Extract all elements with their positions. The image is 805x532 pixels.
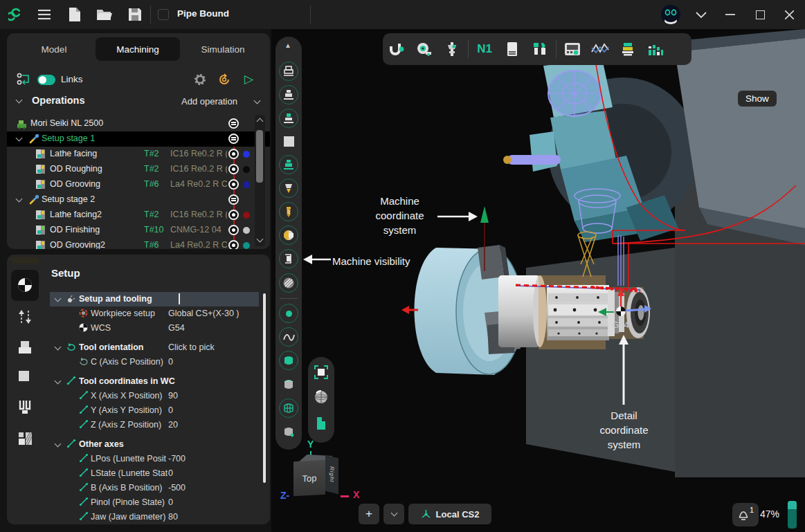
tree-row-setup-stage-1[interactable]: Setup stage 1 xyxy=(7,131,270,147)
measure-tape-icon[interactable] xyxy=(410,33,438,65)
show-button[interactable]: Show xyxy=(738,91,777,107)
zoom-slider[interactable] xyxy=(788,501,797,529)
operation-enable-toggle[interactable] xyxy=(228,210,239,220)
gcode-icon[interactable]: N1 xyxy=(471,33,498,65)
cs-dropdown-button[interactable] xyxy=(383,504,404,524)
setup-row[interactable]: Z (Axis Z Position) 20 xyxy=(7,418,270,432)
chuck-part-icon[interactable] xyxy=(279,109,298,128)
operation-color-dot[interactable] xyxy=(243,212,250,219)
add-operation-caret[interactable] xyxy=(254,98,261,104)
setup-row-group[interactable]: Tool coordinates in WC xyxy=(7,374,270,389)
setup-row[interactable]: Workpiece setup Global CS+(X-30 ) xyxy=(7,306,270,321)
param-value[interactable]: Global CS+(X-30 ) xyxy=(168,309,239,318)
project-status-icon[interactable] xyxy=(158,9,169,20)
param-value[interactable]: 0 xyxy=(168,497,173,507)
open-file-icon[interactable] xyxy=(96,6,113,23)
links-toggle[interactable] xyxy=(37,75,55,85)
statistics-bars-icon[interactable] xyxy=(642,33,669,65)
recalculate-icon[interactable] xyxy=(218,73,230,88)
add-cs-button[interactable]: + xyxy=(359,504,379,524)
stock-square-icon[interactable] xyxy=(279,131,298,151)
spindle-stock-icon[interactable] xyxy=(279,62,298,81)
caliper-icon[interactable] xyxy=(438,33,466,65)
chuck-icon[interactable] xyxy=(279,85,298,104)
tool-library-icon[interactable] xyxy=(526,33,554,65)
maximize-button[interactable] xyxy=(750,4,770,25)
operation-color-dot[interactable] xyxy=(243,227,250,234)
tree-row-setup-stage-2[interactable]: Setup stage 2 xyxy=(7,192,270,208)
fit-view-icon[interactable] xyxy=(311,363,331,382)
param-value[interactable]: 0 xyxy=(168,357,173,367)
setup-row[interactable]: B (Axis B Position) -500 xyxy=(7,481,270,495)
tree-row-operation[interactable]: OD Finishing T#10 CNMG-12 04 xyxy=(7,223,270,238)
group-chevron[interactable] xyxy=(55,441,62,448)
fixture-icon[interactable] xyxy=(279,155,298,174)
assistant-avatar[interactable] xyxy=(660,4,681,25)
setup-row[interactable]: LState (Lunette Stat 0 xyxy=(7,466,270,481)
param-value[interactable]: 90 xyxy=(168,391,178,401)
operation-color-dot[interactable] xyxy=(243,181,250,188)
notifications-button[interactable]: 1 xyxy=(732,503,759,526)
add-operation-button[interactable]: Add operation xyxy=(181,96,237,107)
operation-enable-toggle[interactable] xyxy=(228,179,239,190)
mesh-surface-icon[interactable] xyxy=(279,398,298,418)
tool-icon[interactable] xyxy=(279,178,298,198)
operation-color-dot[interactable] xyxy=(243,151,250,158)
surface-point-icon[interactable] xyxy=(279,422,298,441)
setup-row[interactable]: LPos (Lunette Posit -700 xyxy=(7,452,270,466)
param-value[interactable]: Click to pick xyxy=(168,342,215,352)
solid-view-icon[interactable] xyxy=(311,414,331,433)
operations-collapse-chevron[interactable] xyxy=(16,97,23,104)
operations-scroll-thumb[interactable] xyxy=(256,130,263,183)
setup-row[interactable]: C (Axis C Position) 0 xyxy=(7,355,270,369)
group-chevron[interactable] xyxy=(16,196,23,203)
tab-machining[interactable]: Machining xyxy=(96,37,180,61)
close-button[interactable] xyxy=(779,4,799,25)
operation-color-dot[interactable] xyxy=(243,242,250,249)
settings-gear-icon[interactable] xyxy=(194,73,206,88)
setup-row-group[interactable]: Tool orientation Click to pick xyxy=(7,340,270,355)
operation-enable-toggle[interactable] xyxy=(228,164,239,174)
group-enable-toggle[interactable] xyxy=(228,194,239,205)
tool-stack-icon[interactable] xyxy=(614,33,642,65)
tree-row-operation[interactable]: OD Roughing T#2 IC16 Re0.2 R ( xyxy=(7,162,270,177)
run-simulation-icon[interactable]: ▷ xyxy=(244,72,253,86)
chevron-down-icon[interactable] xyxy=(691,4,712,25)
setup-row-group[interactable]: Setup and tooling xyxy=(7,292,270,306)
param-value[interactable]: 0 xyxy=(168,405,173,415)
document-icon[interactable] xyxy=(498,33,526,65)
curve-icon[interactable] xyxy=(279,327,298,347)
tree-row-machine[interactable]: Mori Seiki NL 2500 xyxy=(7,116,270,131)
setup-row[interactable]: Jaw (Jaw diameter) 80 xyxy=(7,510,270,524)
operation-enable-toggle[interactable] xyxy=(228,149,239,159)
operation-enable-toggle[interactable] xyxy=(228,240,239,249)
point-icon[interactable] xyxy=(279,304,298,323)
hatch-material-icon[interactable] xyxy=(279,273,298,293)
tab-model[interactable]: Model xyxy=(12,37,96,61)
save-icon[interactable] xyxy=(127,6,143,23)
setup-row-group[interactable]: Other axes xyxy=(7,437,270,452)
group-chevron[interactable] xyxy=(55,378,62,385)
drill-icon[interactable] xyxy=(279,202,298,221)
cs-selector-button[interactable]: Local CS2 xyxy=(408,504,491,524)
view-cube-front-face[interactable]: Top xyxy=(293,460,325,496)
setup-scroll-thumb[interactable] xyxy=(263,293,266,483)
viewport-3d[interactable]: Machine coordinate system Machine visibi… xyxy=(271,29,805,532)
param-value[interactable]: -700 xyxy=(168,454,186,464)
tree-row-operation[interactable]: Lathe facing T#2 IC16 Re0.2 R ( xyxy=(7,147,270,162)
control-panel-icon[interactable] xyxy=(559,33,586,65)
operation-color-dot[interactable] xyxy=(243,166,250,173)
part-half-icon[interactable] xyxy=(279,226,298,245)
group-chevron[interactable] xyxy=(55,344,62,351)
group-chevron[interactable] xyxy=(16,135,23,142)
machine-enable-toggle[interactable] xyxy=(228,118,239,129)
param-value[interactable]: 80 xyxy=(168,512,178,522)
main-menu-icon[interactable] xyxy=(36,6,53,23)
param-value[interactable]: G54 xyxy=(168,323,185,333)
param-value[interactable]: -500 xyxy=(168,483,186,493)
setup-row[interactable]: Pinol (Pinole State) 0 xyxy=(7,495,270,510)
minimize-button[interactable] xyxy=(720,4,741,25)
tree-row-operation[interactable]: OD Grooving2 T#6 La4 Re0.2 R C xyxy=(7,238,270,249)
setup-row[interactable]: Y (Axis Y Position) 0 xyxy=(7,403,270,418)
new-file-icon[interactable] xyxy=(66,6,83,23)
